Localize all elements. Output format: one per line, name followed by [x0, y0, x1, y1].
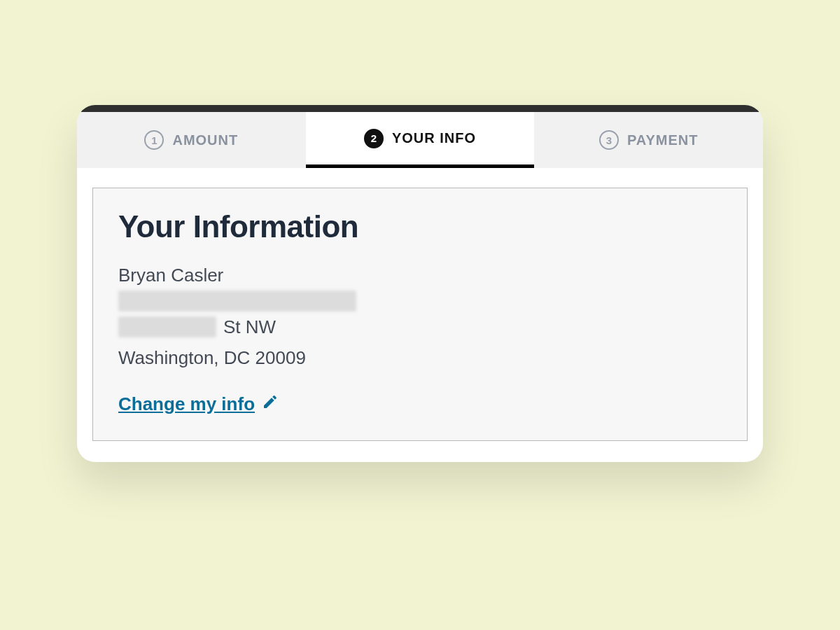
card-topbar [77, 105, 763, 112]
street-suffix: St NW [223, 312, 276, 342]
change-my-info-label: Change my info [118, 393, 255, 415]
redacted-block [118, 290, 356, 312]
content-area: Your Information Bryan Casler St NW Wash… [77, 168, 763, 462]
step-number-2: 2 [364, 129, 384, 148]
pencil-icon [262, 393, 279, 415]
tab-amount[interactable]: 1 AMOUNT [77, 112, 306, 168]
redacted-block [118, 316, 216, 337]
checkout-card: 1 AMOUNT 2 YOUR INFO 3 PAYMENT Your Info… [77, 105, 763, 462]
step-tabs: 1 AMOUNT 2 YOUR INFO 3 PAYMENT [77, 112, 763, 168]
tab-your-info[interactable]: 2 YOUR INFO [306, 112, 535, 168]
your-info-box: Your Information Bryan Casler St NW Wash… [92, 188, 748, 441]
info-city-line: Washington, DC 20009 [118, 342, 722, 373]
info-line-redacted-1 [118, 290, 722, 312]
tab-payment[interactable]: 3 PAYMENT [534, 112, 763, 168]
your-info-heading: Your Information [118, 209, 722, 244]
info-street-line: St NW [118, 312, 722, 342]
tab-label-your-info: YOUR INFO [392, 130, 476, 146]
change-my-info-link[interactable]: Change my info [118, 393, 279, 415]
tab-label-payment: PAYMENT [627, 132, 698, 148]
tab-label-amount: AMOUNT [172, 132, 238, 148]
info-name: Bryan Casler [118, 260, 722, 290]
step-number-3: 3 [599, 130, 619, 150]
step-number-1: 1 [144, 130, 164, 150]
